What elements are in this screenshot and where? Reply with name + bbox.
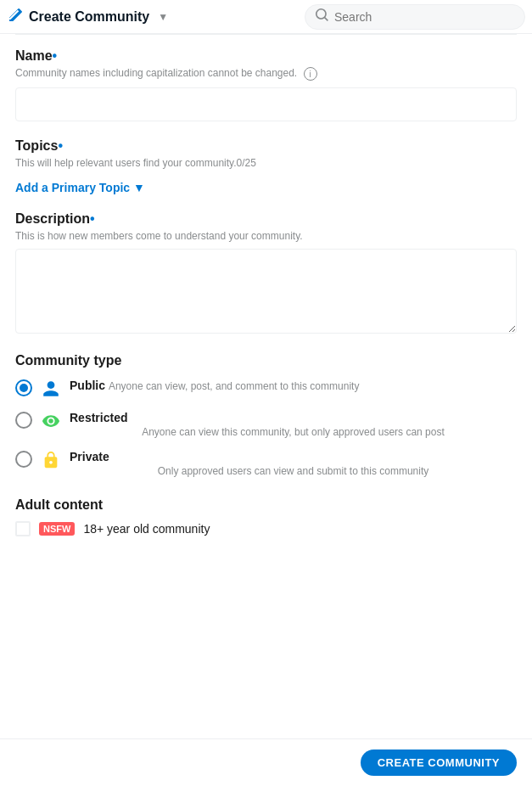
form-content: Name• Community names including capitali…: [0, 34, 532, 630]
topics-required: •: [58, 138, 63, 153]
search-bar[interactable]: [305, 4, 525, 30]
private-title: Private: [70, 450, 109, 463]
topics-section: Topics• This will help relevant users fi…: [15, 138, 517, 194]
page-header: Create Community ▼: [0, 0, 532, 34]
pencil-icon: [7, 7, 24, 26]
community-type-section: Community type Public Anyone can view, p…: [15, 353, 517, 477]
public-option[interactable]: Public Anyone can view, post, and commen…: [15, 379, 517, 399]
nsfw-label: 18+ year old community: [83, 522, 210, 536]
public-radio[interactable]: [15, 379, 32, 396]
footer: CREATE COMMUNITY: [0, 738, 532, 786]
description-label: Description•: [15, 211, 517, 227]
topics-hint: This will help relevant users find your …: [15, 157, 517, 169]
name-input[interactable]: [15, 87, 517, 121]
search-input[interactable]: [334, 10, 514, 24]
restricted-text: Restricted Anyone can view this communit…: [70, 411, 517, 438]
lock-icon: [41, 450, 61, 470]
description-hint: This is how new members come to understa…: [15, 230, 517, 242]
description-section: Description• This is how new members com…: [15, 211, 517, 336]
private-option[interactable]: Private Only approved users can view and…: [15, 450, 517, 477]
info-icon[interactable]: i: [304, 67, 317, 81]
description-input[interactable]: [15, 249, 517, 334]
restricted-title: Restricted: [70, 411, 127, 424]
private-text: Private Only approved users can view and…: [70, 450, 517, 477]
nsfw-badge: NSFW: [39, 522, 75, 536]
add-primary-topic-button[interactable]: Add a Primary Topic ▼: [15, 181, 145, 194]
header-left: Create Community ▼: [7, 7, 305, 26]
public-desc: Anyone can view, post, and comment to th…: [109, 380, 359, 392]
adult-content-label: Adult content: [15, 497, 517, 513]
public-text: Public Anyone can view, post, and commen…: [70, 379, 517, 392]
nsfw-row: NSFW 18+ year old community: [15, 521, 517, 536]
nsfw-checkbox[interactable]: [15, 521, 31, 536]
restricted-radio[interactable]: [15, 412, 32, 429]
public-title: Public: [70, 379, 109, 392]
topics-label: Topics•: [15, 138, 517, 154]
top-divider: [15, 34, 517, 35]
name-section: Name• Community names including capitali…: [15, 48, 517, 121]
community-type-label: Community type: [15, 353, 517, 368]
create-community-button[interactable]: CREATE COMMUNITY: [361, 750, 517, 776]
name-label: Name•: [15, 48, 517, 64]
private-radio[interactable]: [15, 451, 32, 468]
topics-counter: 0/25: [237, 157, 256, 169]
chevron-down-icon[interactable]: ▼: [158, 11, 168, 23]
name-hint: Community names including capitalization…: [15, 67, 517, 81]
private-desc: Only approved users can view and submit …: [70, 465, 517, 477]
adult-content-section: Adult content NSFW 18+ year old communit…: [15, 497, 517, 536]
description-required: •: [90, 211, 95, 226]
topic-chevron-icon: ▼: [133, 181, 145, 194]
restricted-option[interactable]: Restricted Anyone can view this communit…: [15, 411, 517, 438]
name-required: •: [53, 48, 58, 63]
search-icon: [316, 8, 329, 25]
page-title: Create Community: [29, 9, 149, 25]
restricted-desc: Anyone can view this community, but only…: [70, 426, 517, 438]
eye-icon: [41, 411, 61, 431]
person-icon: [41, 379, 61, 399]
